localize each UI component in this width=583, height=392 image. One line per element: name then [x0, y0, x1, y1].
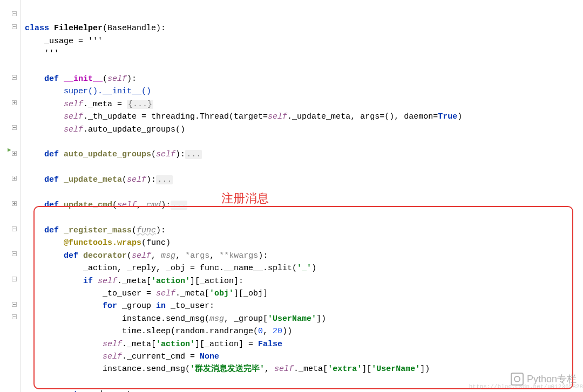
- number: 20: [273, 327, 282, 336]
- string: 'action': [151, 277, 190, 286]
- param: *args: [185, 251, 209, 260]
- self: self: [274, 365, 294, 374]
- self: self: [268, 112, 287, 121]
- self: self: [156, 150, 175, 159]
- text: super().__init__(): [64, 87, 151, 96]
- folded-icon[interactable]: ...: [185, 150, 202, 159]
- text: ][_obj]: [234, 289, 268, 298]
- text: time.sleep(random.randrange(: [122, 327, 258, 336]
- decorator: @functools.wraps: [64, 238, 141, 247]
- function-name: update_cmd: [64, 201, 112, 210]
- text: ):: [161, 201, 171, 210]
- param: msg: [209, 314, 224, 324]
- text: ):: [258, 251, 268, 260]
- fold-icon[interactable]: [12, 201, 17, 206]
- self: self: [64, 125, 83, 134]
- keyword: False: [258, 340, 282, 349]
- text: ): [457, 112, 462, 121]
- text: instance.send_msg(: [122, 314, 209, 324]
- keyword: def: [44, 175, 59, 184]
- function-name: __init__: [64, 74, 103, 84]
- text: (: [103, 74, 107, 84]
- self: self: [156, 289, 175, 298]
- keyword: None: [200, 352, 219, 361]
- folded-icon[interactable]: {...}: [127, 100, 153, 109]
- text: _to_user:: [166, 301, 214, 311]
- text: (: [112, 201, 117, 210]
- keyword: if: [83, 277, 93, 286]
- text: ][_action]:: [190, 277, 243, 286]
- text: (BaseHandle):: [103, 24, 166, 33]
- text: , _group[: [224, 314, 268, 324]
- code-editor: ▶ class FileHelper(BaseHandle): _usage =…: [0, 0, 583, 392]
- text: instance.send_msg(: [103, 365, 190, 374]
- text: decorator: [93, 390, 141, 392]
- fold-icon[interactable]: [12, 314, 17, 319]
- param: msg: [161, 251, 175, 260]
- self: self: [98, 277, 117, 286]
- string: 'UserName': [268, 314, 316, 324]
- keyword: def: [44, 150, 59, 159]
- string: '群发消息发送完毕': [190, 365, 265, 374]
- fold-icon[interactable]: [12, 226, 17, 231]
- fold-icon[interactable]: [12, 100, 17, 105]
- text: ][_action] =: [195, 340, 258, 349]
- self: self: [107, 74, 127, 84]
- fold-icon[interactable]: [12, 125, 17, 130]
- self: self: [103, 340, 122, 349]
- run-icon[interactable]: ▶: [8, 144, 11, 156]
- function-name: _register_mass: [64, 226, 132, 235]
- self: self: [64, 100, 83, 109]
- text: _group: [117, 301, 156, 311]
- text: ._meta[: [294, 365, 328, 374]
- annotation-label: 注册消息: [221, 190, 269, 207]
- fold-icon[interactable]: [12, 151, 17, 156]
- string: 'UserName': [371, 365, 420, 374]
- self: self: [117, 201, 137, 210]
- text: ): [311, 264, 316, 273]
- fold-icon[interactable]: [12, 11, 17, 16]
- number: 0: [258, 327, 263, 336]
- keyword: def: [44, 201, 59, 210]
- fold-icon[interactable]: [12, 176, 17, 181]
- text: ):: [127, 74, 137, 84]
- text: ._meta[: [117, 277, 151, 286]
- folded-icon[interactable]: ...: [171, 201, 187, 210]
- gutter: ▶: [0, 0, 21, 392]
- self: self: [132, 251, 151, 260]
- text: )): [282, 327, 292, 336]
- text: ):: [146, 175, 156, 184]
- keyword: True: [438, 112, 457, 121]
- param: **kwargs: [219, 251, 258, 260]
- text: (: [127, 251, 132, 260]
- text: _meta: [88, 100, 112, 109]
- text: ][: [362, 365, 371, 374]
- text: .: [83, 100, 88, 109]
- param: cmd: [146, 201, 161, 210]
- folded-icon[interactable]: ...: [156, 175, 173, 184]
- text: (func): [141, 238, 171, 247]
- function-name: decorator: [83, 251, 127, 260]
- function-name: auto_update_groups: [64, 150, 151, 159]
- fold-icon[interactable]: [12, 75, 17, 80]
- self: self: [64, 112, 83, 121]
- keyword: def: [64, 251, 78, 260]
- text: ,: [265, 365, 274, 374]
- text: ._th_update = threading.Thread(target=: [83, 112, 268, 121]
- text: ._meta[: [122, 340, 156, 349]
- text: ._update_meta, args=(), daemon=: [287, 112, 438, 121]
- keyword: for: [103, 301, 117, 311]
- text: _usage = ''': [44, 37, 103, 46]
- keyword: in: [156, 301, 166, 311]
- param: func: [137, 226, 156, 235]
- fold-icon[interactable]: [12, 251, 17, 256]
- watermark-url: https://blog.csdn.net/u012365828: [469, 383, 583, 390]
- fold-icon[interactable]: [12, 302, 17, 307]
- text: _action, _reply, _obj = func.__name__.sp…: [83, 264, 297, 273]
- keyword: def: [44, 74, 59, 84]
- fold-icon[interactable]: [12, 24, 17, 29]
- text: ._current_cmd =: [122, 352, 200, 361]
- text: (: [151, 150, 156, 159]
- fold-icon[interactable]: [12, 277, 17, 281]
- text: ''': [44, 49, 59, 58]
